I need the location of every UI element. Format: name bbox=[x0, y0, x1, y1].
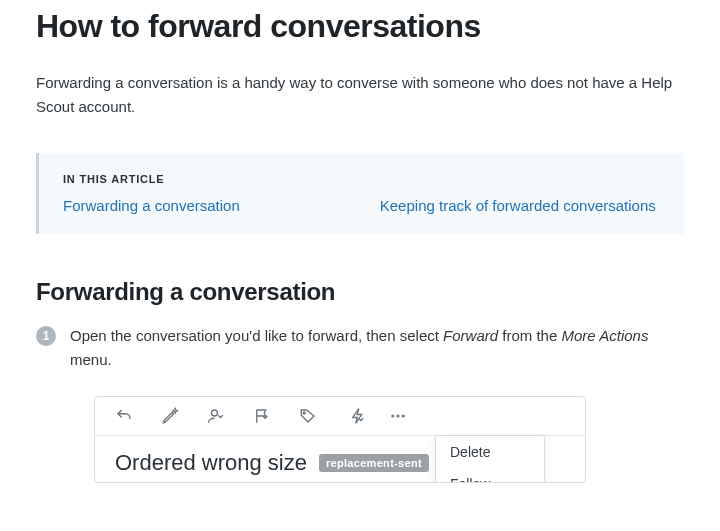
workflow-lightning-icon[interactable] bbox=[349, 407, 367, 425]
step-text: Open the conversation you'd like to forw… bbox=[70, 324, 684, 372]
undo-icon[interactable] bbox=[115, 407, 133, 425]
svg-point-2 bbox=[391, 415, 394, 418]
svg-point-1 bbox=[303, 412, 305, 414]
flag-icon[interactable] bbox=[253, 407, 271, 425]
conversation-title: Ordered wrong size bbox=[115, 450, 307, 476]
assign-person-icon[interactable] bbox=[207, 407, 225, 425]
step-text-part2: from the bbox=[498, 327, 561, 344]
toc-heading: IN THIS ARTICLE bbox=[63, 173, 660, 185]
step-text-part1: Open the conversation you'd like to forw… bbox=[70, 327, 443, 344]
more-actions-icon[interactable] bbox=[389, 407, 407, 425]
toc-link-forwarding[interactable]: Forwarding a conversation bbox=[63, 197, 240, 214]
step-text-more-actions: More Actions bbox=[561, 327, 648, 344]
app-screenshot: Delete Follow Ordered wrong size replace… bbox=[94, 396, 586, 483]
svg-point-0 bbox=[212, 410, 218, 416]
page-title: How to forward conversations bbox=[36, 8, 684, 45]
svg-point-4 bbox=[402, 415, 405, 418]
conversation-tag[interactable]: replacement-sent bbox=[319, 454, 429, 472]
toc-link-tracking[interactable]: Keeping track of forwarded conversations bbox=[380, 197, 656, 214]
svg-point-3 bbox=[397, 415, 400, 418]
step-text-forward: Forward bbox=[443, 327, 498, 344]
intro-paragraph: Forwarding a conversation is a handy way… bbox=[36, 71, 684, 119]
table-of-contents: IN THIS ARTICLE Forwarding a conversatio… bbox=[36, 153, 684, 234]
tag-icon[interactable] bbox=[299, 407, 317, 425]
step-text-part3: menu. bbox=[70, 351, 112, 368]
dropdown-item-delete[interactable]: Delete bbox=[436, 436, 544, 468]
more-actions-dropdown: Delete Follow bbox=[435, 435, 545, 483]
step-1: 1 Open the conversation you'd like to fo… bbox=[36, 324, 684, 372]
step-number-badge: 1 bbox=[36, 326, 56, 346]
edit-sparkle-icon[interactable] bbox=[161, 407, 179, 425]
section-heading-forwarding: Forwarding a conversation bbox=[36, 278, 684, 306]
dropdown-item-follow[interactable]: Follow bbox=[436, 468, 544, 483]
conversation-toolbar: Delete Follow bbox=[95, 397, 585, 436]
